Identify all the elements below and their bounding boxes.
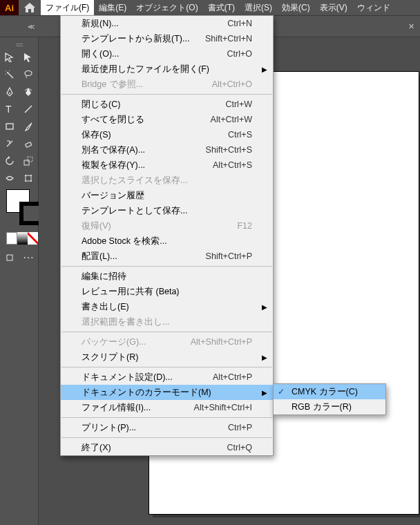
scale-tool[interactable]: [19, 152, 39, 169]
color-mode-gradient[interactable]: [17, 232, 28, 245]
menu-item[interactable]: テンプレートから新規(T)...Shift+Ctrl+N: [61, 31, 273, 46]
menu-item[interactable]: バージョン履歴: [61, 188, 273, 203]
svg-point-13: [30, 175, 32, 176]
menu-item[interactable]: 新規(N)...Ctrl+N: [61, 16, 273, 31]
menu-6[interactable]: 表示(V): [315, 0, 352, 15]
selection-tool[interactable]: [0, 48, 19, 66]
menu-item[interactable]: 複製を保存(Y)...Alt+Ctrl+S: [61, 158, 273, 173]
svg-rect-10: [28, 157, 32, 162]
menu-1[interactable]: 編集(E): [94, 0, 131, 15]
svg-point-14: [25, 180, 26, 182]
home-icon[interactable]: [19, 0, 41, 15]
svg-rect-7: [6, 124, 13, 129]
rotate-tool[interactable]: [0, 152, 19, 169]
svg-rect-1: [16, 46, 23, 46]
lasso-tool[interactable]: [19, 66, 39, 83]
menu-4[interactable]: 選択(S): [240, 0, 277, 15]
rectangle-tool[interactable]: [0, 117, 19, 135]
toolbox: T ⋯: [0, 37, 39, 525]
menu-item: パッケージ(G)...Alt+Shift+Ctrl+P: [61, 334, 273, 350]
svg-line-6: [25, 106, 32, 113]
menu-item[interactable]: スクリプト(R)▶: [61, 350, 273, 365]
line-tool[interactable]: [19, 100, 39, 117]
menu-item[interactable]: Adobe Stock を検索...: [61, 233, 273, 249]
menu-5[interactable]: 効果(C): [277, 0, 315, 15]
svg-rect-16: [7, 255, 12, 260]
menu-item: 選択範囲を書き出し...: [61, 314, 273, 330]
menu-7[interactable]: ウィンド: [352, 0, 395, 15]
menu-item[interactable]: 編集に招待: [61, 269, 273, 284]
width-tool[interactable]: [0, 169, 19, 187]
svg-rect-0: [16, 44, 23, 44]
svg-rect-9: [24, 160, 29, 165]
menu-item[interactable]: 閉じる(C)Ctrl+W: [61, 97, 273, 112]
menu-item[interactable]: 最近使用したファイルを開く(F)▶: [61, 61, 273, 77]
expand-icon[interactable]: ≪: [0, 23, 35, 30]
menu-2[interactable]: オブジェクト(O): [131, 0, 202, 15]
svg-text:T: T: [6, 104, 12, 114]
svg-point-3: [25, 70, 32, 75]
menu-item[interactable]: すべてを閉じるAlt+Ctrl+W: [61, 112, 273, 127]
menu-item: Bridge で参照...Alt+Ctrl+O: [61, 77, 273, 92]
svg-point-2: [7, 72, 8, 73]
menu-item[interactable]: レビュー用に共有 (Beta): [61, 284, 273, 299]
pen-tool[interactable]: [0, 83, 19, 100]
draw-mode-normal[interactable]: [0, 249, 19, 266]
submenu-item[interactable]: ✓CMYK カラー(C): [274, 384, 385, 399]
direct-selection-tool[interactable]: [19, 48, 39, 66]
menu-item: 復帰(V)F12: [61, 218, 273, 233]
menu-3[interactable]: 書式(T): [203, 0, 240, 15]
menu-item[interactable]: 終了(X)Ctrl+Q: [61, 440, 273, 455]
menu-item[interactable]: テンプレートとして保存...: [61, 203, 273, 218]
file-menu-dropdown: 新規(N)...Ctrl+Nテンプレートから新規(T)...Shift+Ctrl…: [60, 15, 274, 456]
curvature-tool[interactable]: [19, 83, 39, 100]
menu-item: 選択したスライスを保存...: [61, 173, 273, 188]
menu-item[interactable]: ドキュメント設定(D)...Alt+Ctrl+P: [61, 370, 273, 385]
menu-item[interactable]: 保存(S)Ctrl+S: [61, 127, 273, 142]
app-logo: Ai: [0, 0, 19, 15]
menu-item[interactable]: プリント(P)...Ctrl+P: [61, 420, 273, 435]
paintbrush-tool[interactable]: [19, 117, 39, 135]
color-mode-submenu: ✓CMYK カラー(C)RGB カラー(R): [273, 383, 386, 415]
svg-rect-11: [26, 175, 31, 181]
shaper-tool[interactable]: [0, 135, 19, 152]
free-transform-tool[interactable]: [19, 169, 39, 187]
svg-rect-8: [26, 142, 32, 147]
close-icon[interactable]: ✕: [408, 22, 420, 31]
menu-item[interactable]: 配置(L)...Shift+Ctrl+P: [61, 249, 273, 264]
color-mode-solid[interactable]: [6, 232, 17, 245]
menu-item[interactable]: ドキュメントのカラーモード(M)▶: [61, 385, 273, 400]
color-mode-none[interactable]: [28, 232, 38, 245]
svg-point-4: [9, 93, 10, 94]
menu-item[interactable]: 別名で保存(A)...Shift+Ctrl+S: [61, 142, 273, 158]
menu-0[interactable]: ファイル(F): [41, 0, 94, 15]
eraser-tool[interactable]: [19, 135, 39, 152]
menu-item[interactable]: 開く(O)...Ctrl+O: [61, 46, 273, 61]
svg-point-15: [30, 180, 32, 182]
menu-item[interactable]: ファイル情報(I)...Alt+Shift+Ctrl+I: [61, 400, 273, 415]
edit-toolbar-icon[interactable]: ⋯: [19, 249, 39, 266]
color-swatches[interactable]: [0, 189, 38, 231]
magic-wand-tool[interactable]: [0, 66, 19, 83]
type-tool[interactable]: T: [0, 100, 19, 117]
submenu-item[interactable]: RGB カラー(R): [274, 399, 385, 414]
svg-point-12: [25, 175, 26, 176]
menubar: Ai ファイル(F)編集(E)オブジェクト(O)書式(T)選択(S)効果(C)表…: [0, 0, 420, 15]
menu-item[interactable]: 書き出し(E)▶: [61, 299, 273, 314]
